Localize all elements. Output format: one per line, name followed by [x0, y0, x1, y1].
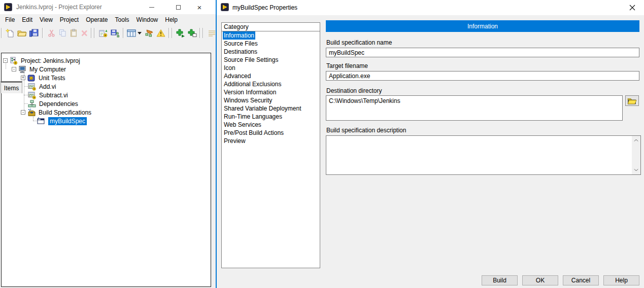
cut-icon[interactable] [46, 27, 57, 39]
close-icon: × [197, 4, 202, 11]
description-field-label: Build specification description [326, 127, 406, 134]
category-item-version-information[interactable]: Version Information [222, 88, 320, 96]
category-item-destinations[interactable]: Destinations [222, 48, 320, 56]
save-all-icon[interactable] [28, 27, 39, 39]
tree-item-label[interactable]: Project: Jenkins.lvproj [21, 57, 80, 64]
category-label: Preview [224, 137, 246, 145]
new-file-icon[interactable] [4, 27, 15, 39]
name-input[interactable] [326, 48, 639, 57]
tree-item-label[interactable]: Build Specifications [39, 109, 91, 116]
folder-icon [627, 97, 637, 104]
tree-row-my-computer[interactable]: - My Computer [12, 65, 66, 74]
save-hierarchy-icon[interactable] [110, 27, 121, 39]
explorer-titlebar[interactable]: Jenkins.lvproj - Project Explorer × [0, 0, 216, 14]
menu-view[interactable]: View [36, 15, 56, 25]
tree-connector [24, 95, 28, 95]
tab-items[interactable]: Items [1, 81, 22, 93]
dialog-close-button[interactable] [623, 1, 642, 14]
tree-item-label[interactable]: My Computer [29, 66, 66, 73]
tree-row-subtract-vi[interactable]: Subtract.vi [28, 91, 68, 99]
tree-expander[interactable]: - [3, 58, 8, 63]
tree-item-label[interactable]: Dependencies [39, 100, 78, 107]
scroll-up-button[interactable] [632, 136, 640, 145]
cancel-button[interactable]: Cancel [563, 275, 599, 285]
open-folder-icon[interactable] [16, 27, 27, 39]
destination-directory-input[interactable]: C:\Windows\Temp\Jenkins [326, 95, 623, 121]
maximize-button[interactable] [170, 0, 187, 14]
menu-edit[interactable]: Edit [18, 15, 36, 25]
dialog-titlebar[interactable]: myBuildSpec Properties [217, 0, 644, 15]
resolve-conflicts-icon[interactable] [144, 27, 155, 39]
build-button-label: Build [493, 277, 506, 284]
dropdown-caret-icon[interactable] [137, 27, 143, 39]
scroll-down-button[interactable] [632, 166, 640, 174]
menu-bar: File Edit View Project Operate Tools Win… [0, 14, 216, 25]
category-label: Windows Security [224, 96, 272, 104]
tree-item-label[interactable]: Add.vi [39, 83, 56, 90]
ok-button[interactable]: OK [522, 275, 558, 285]
menu-window[interactable]: Window [133, 15, 162, 25]
close-button[interactable]: × [191, 0, 208, 14]
copy-icon[interactable] [57, 27, 68, 39]
category-item-web-services[interactable]: Web Services [222, 121, 320, 129]
category-item-source-file-settings[interactable]: Source File Settings [222, 56, 320, 64]
tree-item-label[interactable]: Subtract.vi [39, 92, 68, 99]
menu-file[interactable]: File [2, 15, 18, 25]
category-label: Source File Settings [224, 56, 278, 64]
virtual-folder-icon [27, 74, 36, 82]
dialog-title: myBuildSpec Properties [232, 4, 297, 11]
warning-icon[interactable] [155, 27, 166, 39]
cancel-button-label: Cancel [571, 277, 590, 284]
toolbar-separator [172, 28, 173, 38]
category-item-icon[interactable]: Icon [222, 64, 320, 72]
close-icon [629, 5, 635, 11]
toolbar-separator [91, 28, 92, 38]
category-item-shared-variable-deployment[interactable]: Shared Variable Deployment [222, 104, 320, 113]
menu-operate[interactable]: Operate [82, 15, 111, 25]
tree-item-label-selected[interactable]: myBuildSpec [48, 117, 87, 125]
toolbar-separator [199, 28, 200, 38]
target-filename-input[interactable] [326, 71, 639, 81]
category-item-preview[interactable]: Preview [222, 137, 320, 145]
maximize-icon [176, 5, 181, 10]
category-label: Pre/Post Build Actions [224, 129, 284, 137]
tree-row-project[interactable]: - Project: Jenkins.lvproj [3, 56, 80, 65]
connect-add-icon[interactable] [175, 27, 186, 39]
description-textarea[interactable] [326, 135, 641, 175]
add-target-icon[interactable] [187, 27, 198, 39]
menu-tools[interactable]: Tools [112, 15, 133, 25]
tree-item-label[interactable]: Unit Tests [39, 75, 65, 82]
description-scrollbar[interactable] [632, 136, 640, 174]
category-item-windows-security[interactable]: Windows Security [222, 96, 320, 104]
tree-row-build-specifications[interactable]: - Build Specifications [21, 108, 91, 117]
minimize-button[interactable] [143, 0, 160, 14]
dependencies-icon [28, 100, 37, 108]
build-button[interactable]: Build [482, 275, 518, 285]
help-button[interactable]: Help [603, 275, 639, 285]
tree-expander[interactable]: + [21, 76, 25, 80]
category-label: Source Files [224, 40, 258, 48]
tree-row-add-vi[interactable]: Add.vi [28, 82, 56, 91]
tree-expander[interactable]: - [21, 110, 25, 115]
buildspec-properties-dialog: myBuildSpec Properties Category Informat… [216, 0, 644, 288]
category-item-run-time-languages[interactable]: Run-Time Languages [222, 113, 320, 121]
category-item-additional-exclusions[interactable]: Additional Exclusions [222, 80, 320, 88]
clipped-icon[interactable] [207, 27, 216, 39]
refresh-vi-icon[interactable] [97, 27, 109, 39]
browse-folder-button[interactable] [625, 95, 639, 106]
paste-icon[interactable] [68, 27, 79, 39]
category-label: Destinations [224, 48, 257, 56]
tree-row-unit-tests[interactable]: + Unit Tests [21, 74, 65, 82]
category-item-information[interactable]: Information [222, 31, 320, 40]
category-item-pre-post-build-actions[interactable]: Pre/Post Build Actions [222, 129, 320, 137]
view-columns-icon[interactable] [126, 27, 137, 39]
toolbar-separator [42, 28, 43, 38]
delete-icon[interactable] [79, 27, 90, 39]
tree-expander[interactable]: - [12, 67, 16, 71]
menu-project[interactable]: Project [56, 15, 82, 25]
tree-row-mybuildspec[interactable]: myBuildSpec [37, 117, 87, 125]
category-item-advanced[interactable]: Advanced [222, 72, 320, 80]
category-item-source-files[interactable]: Source Files [222, 40, 320, 48]
menu-help[interactable]: Help [161, 15, 181, 25]
tree-row-dependencies[interactable]: Dependencies [28, 99, 78, 108]
